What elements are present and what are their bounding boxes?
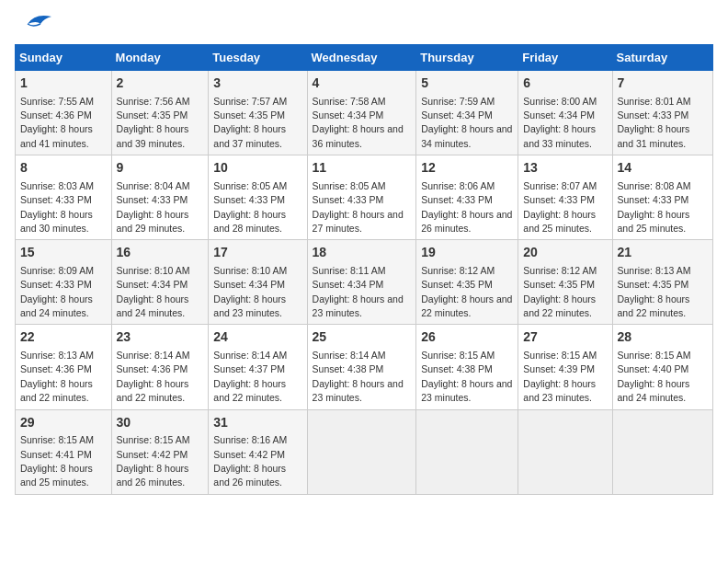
day-number: 25 xyxy=(313,328,412,347)
day-number: 18 xyxy=(313,244,412,262)
calendar-cell: 11Sunrise: 8:05 AMSunset: 4:33 PMDayligh… xyxy=(307,155,416,240)
calendar-cell: 8Sunrise: 8:03 AMSunset: 4:33 PMDaylight… xyxy=(16,155,112,240)
cell-content: Sunrise: 8:11 AMSunset: 4:34 PMDaylight:… xyxy=(313,265,404,318)
day-number: 2 xyxy=(117,75,204,93)
calendar-cell: 31Sunrise: 8:16 AMSunset: 4:42 PMDayligh… xyxy=(209,409,307,494)
cell-content: Sunrise: 8:13 AMSunset: 4:36 PMDaylight:… xyxy=(20,350,94,403)
cell-content: Sunrise: 7:58 AMSunset: 4:34 PMDaylight:… xyxy=(313,96,404,149)
day-number: 17 xyxy=(213,244,301,262)
calendar-cell: 20Sunrise: 8:12 AMSunset: 4:35 PMDayligh… xyxy=(518,240,612,325)
cell-content: Sunrise: 8:06 AMSunset: 4:33 PMDaylight:… xyxy=(421,180,512,234)
calendar-cell xyxy=(307,409,416,494)
cell-content: Sunrise: 8:05 AMSunset: 4:33 PMDaylight:… xyxy=(313,180,404,234)
day-number: 10 xyxy=(213,159,301,178)
column-header-friday: Friday xyxy=(518,45,612,71)
day-number: 5 xyxy=(421,75,513,93)
cell-content: Sunrise: 7:55 AMSunset: 4:36 PMDaylight:… xyxy=(20,96,94,149)
cell-content: Sunrise: 8:01 AMSunset: 4:33 PMDaylight:… xyxy=(618,96,691,149)
calendar-cell: 23Sunrise: 8:14 AMSunset: 4:36 PMDayligh… xyxy=(111,325,209,409)
day-number: 3 xyxy=(213,75,301,93)
day-number: 21 xyxy=(618,244,708,262)
calendar-cell: 27Sunrise: 8:15 AMSunset: 4:39 PMDayligh… xyxy=(518,325,612,409)
calendar-cell xyxy=(518,409,612,494)
day-number: 23 xyxy=(117,328,204,347)
column-header-thursday: Thursday xyxy=(416,45,518,71)
calendar-cell: 21Sunrise: 8:13 AMSunset: 4:35 PMDayligh… xyxy=(612,240,712,325)
calendar-cell: 14Sunrise: 8:08 AMSunset: 4:33 PMDayligh… xyxy=(612,155,712,240)
day-number: 27 xyxy=(523,328,607,347)
cell-content: Sunrise: 8:00 AMSunset: 4:34 PMDaylight:… xyxy=(523,96,597,149)
column-header-saturday: Saturday xyxy=(612,45,712,71)
calendar-cell: 13Sunrise: 8:07 AMSunset: 4:33 PMDayligh… xyxy=(518,155,612,240)
day-number: 4 xyxy=(313,75,412,93)
calendar-header-row: SundayMondayTuesdayWednesdayThursdayFrid… xyxy=(16,45,713,71)
cell-content: Sunrise: 8:15 AMSunset: 4:38 PMDaylight:… xyxy=(421,350,512,403)
calendar-cell: 30Sunrise: 8:15 AMSunset: 4:42 PMDayligh… xyxy=(111,409,209,494)
calendar-week-row: 22Sunrise: 8:13 AMSunset: 4:36 PMDayligh… xyxy=(16,325,713,409)
calendar-table: SundayMondayTuesdayWednesdayThursdayFrid… xyxy=(15,44,713,495)
day-number: 11 xyxy=(313,159,412,178)
cell-content: Sunrise: 8:08 AMSunset: 4:33 PMDaylight:… xyxy=(618,180,691,234)
calendar-cell xyxy=(416,409,518,494)
day-number: 19 xyxy=(421,244,513,262)
calendar-week-row: 1Sunrise: 7:55 AMSunset: 4:36 PMDaylight… xyxy=(16,71,713,155)
day-number: 7 xyxy=(618,75,708,93)
calendar-cell: 7Sunrise: 8:01 AMSunset: 4:33 PMDaylight… xyxy=(612,71,712,155)
cell-content: Sunrise: 8:15 AMSunset: 4:40 PMDaylight:… xyxy=(618,350,691,403)
day-number: 1 xyxy=(20,75,107,93)
calendar-cell: 12Sunrise: 8:06 AMSunset: 4:33 PMDayligh… xyxy=(416,155,518,240)
day-number: 22 xyxy=(20,328,107,347)
calendar-cell: 26Sunrise: 8:15 AMSunset: 4:38 PMDayligh… xyxy=(416,325,518,409)
cell-content: Sunrise: 8:04 AMSunset: 4:33 PMDaylight:… xyxy=(117,180,190,234)
cell-content: Sunrise: 8:12 AMSunset: 4:35 PMDaylight:… xyxy=(421,265,512,318)
logo xyxy=(15,15,51,37)
cell-content: Sunrise: 8:05 AMSunset: 4:33 PMDaylight:… xyxy=(213,180,287,234)
calendar-cell xyxy=(612,409,712,494)
cell-content: Sunrise: 8:12 AMSunset: 4:35 PMDaylight:… xyxy=(523,265,597,318)
cell-content: Sunrise: 8:07 AMSunset: 4:33 PMDaylight:… xyxy=(523,180,597,234)
calendar-cell: 19Sunrise: 8:12 AMSunset: 4:35 PMDayligh… xyxy=(416,240,518,325)
calendar-cell: 28Sunrise: 8:15 AMSunset: 4:40 PMDayligh… xyxy=(612,325,712,409)
cell-content: Sunrise: 8:13 AMSunset: 4:35 PMDaylight:… xyxy=(618,265,691,318)
logo-bird-icon xyxy=(18,11,51,37)
calendar-cell: 17Sunrise: 8:10 AMSunset: 4:34 PMDayligh… xyxy=(209,240,307,325)
calendar-cell: 10Sunrise: 8:05 AMSunset: 4:33 PMDayligh… xyxy=(209,155,307,240)
calendar-cell: 2Sunrise: 7:56 AMSunset: 4:35 PMDaylight… xyxy=(111,71,209,155)
calendar-cell: 24Sunrise: 8:14 AMSunset: 4:37 PMDayligh… xyxy=(209,325,307,409)
cell-content: Sunrise: 7:57 AMSunset: 4:35 PMDaylight:… xyxy=(213,96,287,149)
day-number: 26 xyxy=(421,328,513,347)
calendar-cell: 25Sunrise: 8:14 AMSunset: 4:38 PMDayligh… xyxy=(307,325,416,409)
cell-content: Sunrise: 7:59 AMSunset: 4:34 PMDaylight:… xyxy=(421,96,512,149)
day-number: 9 xyxy=(117,159,204,178)
column-header-monday: Monday xyxy=(111,45,209,71)
day-number: 6 xyxy=(523,75,607,93)
calendar-cell: 6Sunrise: 8:00 AMSunset: 4:34 PMDaylight… xyxy=(518,71,612,155)
day-number: 14 xyxy=(618,159,708,178)
cell-content: Sunrise: 8:16 AMSunset: 4:42 PMDaylight:… xyxy=(213,434,287,488)
day-number: 24 xyxy=(213,328,301,347)
calendar-cell: 4Sunrise: 7:58 AMSunset: 4:34 PMDaylight… xyxy=(307,71,416,155)
cell-content: Sunrise: 8:10 AMSunset: 4:34 PMDaylight:… xyxy=(213,265,287,318)
calendar-week-row: 29Sunrise: 8:15 AMSunset: 4:41 PMDayligh… xyxy=(16,409,713,494)
calendar-cell: 1Sunrise: 7:55 AMSunset: 4:36 PMDaylight… xyxy=(16,71,112,155)
cell-content: Sunrise: 8:03 AMSunset: 4:33 PMDaylight:… xyxy=(20,180,94,234)
calendar-cell: 16Sunrise: 8:10 AMSunset: 4:34 PMDayligh… xyxy=(111,240,209,325)
day-number: 29 xyxy=(20,414,107,432)
cell-content: Sunrise: 7:56 AMSunset: 4:35 PMDaylight:… xyxy=(117,96,190,149)
cell-content: Sunrise: 8:15 AMSunset: 4:41 PMDaylight:… xyxy=(20,434,94,488)
day-number: 20 xyxy=(523,244,607,262)
day-number: 31 xyxy=(213,414,301,432)
day-number: 15 xyxy=(20,244,107,262)
day-number: 8 xyxy=(20,159,107,178)
cell-content: Sunrise: 8:10 AMSunset: 4:34 PMDaylight:… xyxy=(117,265,190,318)
cell-content: Sunrise: 8:14 AMSunset: 4:37 PMDaylight:… xyxy=(213,350,287,403)
calendar-cell: 22Sunrise: 8:13 AMSunset: 4:36 PMDayligh… xyxy=(16,325,112,409)
calendar-cell: 5Sunrise: 7:59 AMSunset: 4:34 PMDaylight… xyxy=(416,71,518,155)
calendar-week-row: 8Sunrise: 8:03 AMSunset: 4:33 PMDaylight… xyxy=(16,155,713,240)
day-number: 16 xyxy=(117,244,204,262)
calendar-cell: 9Sunrise: 8:04 AMSunset: 4:33 PMDaylight… xyxy=(111,155,209,240)
cell-content: Sunrise: 8:14 AMSunset: 4:38 PMDaylight:… xyxy=(313,350,404,403)
cell-content: Sunrise: 8:15 AMSunset: 4:42 PMDaylight:… xyxy=(117,434,190,488)
calendar-cell: 3Sunrise: 7:57 AMSunset: 4:35 PMDaylight… xyxy=(209,71,307,155)
calendar-cell: 15Sunrise: 8:09 AMSunset: 4:33 PMDayligh… xyxy=(16,240,112,325)
